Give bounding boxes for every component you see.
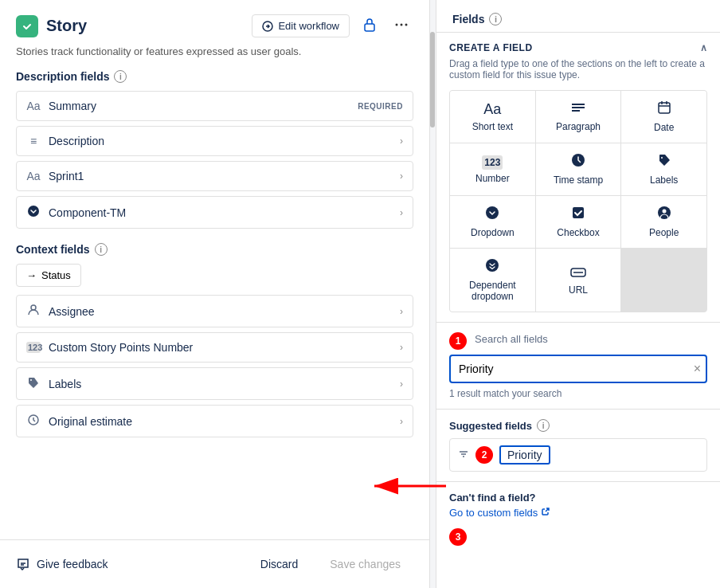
checkbox-type-icon <box>571 206 585 224</box>
save-changes-button[interactable]: Save changes <box>317 551 413 577</box>
field-types-grid: Aa Short text Paragraph <box>449 90 707 312</box>
field-assignee[interactable]: Assignee › <box>16 295 413 327</box>
field-type-timestamp[interactable]: Time stamp <box>536 143 621 195</box>
field-component-tm[interactable]: Component-TM › <box>16 196 413 229</box>
field-type-short-text[interactable]: Aa Short text <box>450 91 535 143</box>
field-sprint1-label: Sprint1 <box>49 170 392 182</box>
timestamp-icon <box>571 153 585 171</box>
field-type-paragraph[interactable]: Paragraph <box>536 91 621 143</box>
chevron-right-icon-labels: › <box>400 378 403 390</box>
field-type-url[interactable]: URL <box>536 249 621 312</box>
svg-rect-0 <box>21 20 33 33</box>
context-fields-info-icon[interactable]: i <box>95 243 108 256</box>
edit-workflow-label: Edit workflow <box>278 20 339 32</box>
field-sprint1[interactable]: Aa Sprint1 › <box>16 161 413 191</box>
paragraph-label: Paragraph <box>556 121 601 132</box>
chevron-right-icon-assignee: › <box>400 306 403 317</box>
search-section: 1 Search all fields × 1 result match you… <box>436 323 720 410</box>
edit-workflow-button[interactable]: Edit workflow <box>252 14 350 37</box>
status-button[interactable]: → Status <box>16 264 81 287</box>
give-feedback-label: Give feedback <box>37 558 108 570</box>
dropdown-icon-component <box>26 205 41 220</box>
description-fields-info-icon[interactable]: i <box>114 70 127 83</box>
svg-point-17 <box>486 206 499 219</box>
chevron-right-icon-estimate: › <box>400 416 403 427</box>
field-story-points[interactable]: 123 Custom Story Points Number › <box>16 332 413 363</box>
collapse-icon[interactable]: ∧ <box>700 42 708 53</box>
step1-badge: 1 <box>449 332 467 350</box>
field-type-number[interactable]: 123 Number <box>450 143 535 195</box>
sort-icon <box>458 449 469 462</box>
more-options-button[interactable] <box>389 13 413 39</box>
field-summary-label: Summary <box>49 100 350 112</box>
context-fields-label: Context fields <box>16 243 90 256</box>
fields-header: Fields i <box>436 0 720 33</box>
number-icon: 123 <box>26 342 41 353</box>
short-text-label: Short text <box>472 121 513 132</box>
create-field-label: CREATE A FIELD <box>449 42 533 53</box>
field-original-estimate[interactable]: Original estimate › <box>16 405 413 437</box>
labels-type-label: Labels <box>650 174 678 186</box>
chevron-right-icon-sprint: › <box>400 171 403 182</box>
suggested-info-icon[interactable]: i <box>537 419 550 432</box>
lock-icon[interactable] <box>358 13 382 39</box>
dependent-dropdown-label: Dependent dropdown <box>456 280 529 302</box>
field-component-tm-label: Component-TM <box>49 206 392 219</box>
bottom-bar: Give feedback Discard Save changes <box>0 539 429 588</box>
svg-point-6 <box>28 206 39 217</box>
search-input[interactable] <box>449 355 707 383</box>
url-label: URL <box>569 284 588 296</box>
dropdown-type-icon <box>485 206 499 224</box>
required-badge: REQUIRED <box>358 102 403 111</box>
field-description-label: Description <box>49 135 392 147</box>
fields-info-icon[interactable]: i <box>489 13 502 25</box>
short-text-icon: Aa <box>483 101 501 118</box>
svg-point-3 <box>396 24 398 26</box>
suggested-section: Suggested fields i 2 Priority <box>436 410 720 482</box>
people-type-icon <box>657 206 671 224</box>
create-field-description: Drag a field type to one of the sections… <box>449 58 707 80</box>
svg-rect-12 <box>659 103 670 113</box>
paragraph-icon: ≡ <box>26 135 41 147</box>
field-summary[interactable]: Aa Summary REQUIRED <box>16 91 413 121</box>
field-type-dropdown[interactable]: Dropdown <box>450 196 535 248</box>
field-labels-label: Labels <box>49 378 392 390</box>
search-clear-button[interactable]: × <box>694 362 701 376</box>
field-type-dependent-dropdown[interactable]: Dependent dropdown <box>450 249 535 312</box>
svg-point-7 <box>31 305 36 310</box>
number-label: Number <box>475 173 510 184</box>
cant-find-label: Can't find a field? <box>449 492 707 504</box>
external-link-icon <box>541 507 550 519</box>
cant-find-section: Can't find a field? Go to custom fields <box>436 482 720 528</box>
field-description[interactable]: ≡ Description › <box>16 126 413 156</box>
chevron-right-icon-component: › <box>400 207 403 218</box>
checkbox-label: Checkbox <box>557 227 599 238</box>
field-story-points-label: Custom Story Points Number <box>49 341 392 354</box>
step2-badge: 2 <box>475 446 493 464</box>
suggested-fields-label: Suggested fields <box>449 420 532 432</box>
priority-label: 2 Priority <box>475 445 550 465</box>
discard-button[interactable]: Discard <box>251 551 307 577</box>
people-label: People <box>649 227 679 238</box>
svg-point-20 <box>662 210 666 214</box>
svg-rect-2 <box>365 24 374 31</box>
field-type-date[interactable]: Date <box>621 91 706 143</box>
field-type-checkbox[interactable]: Checkbox <box>536 196 621 248</box>
person-icon <box>26 304 41 319</box>
dependent-dropdown-icon <box>485 258 499 276</box>
go-to-custom-fields-link[interactable]: Go to custom fields <box>449 507 707 519</box>
field-type-labels[interactable]: Labels <box>621 143 706 195</box>
chevron-right-icon: › <box>400 135 403 147</box>
field-assignee-label: Assignee <box>49 305 392 318</box>
date-label: Date <box>654 122 674 133</box>
step3-area: 3 <box>436 528 720 546</box>
priority-result-item[interactable]: 2 Priority <box>449 438 707 472</box>
text-icon: Aa <box>26 100 41 112</box>
url-type-icon <box>570 265 586 281</box>
field-type-people[interactable]: People <box>621 196 706 248</box>
field-labels[interactable]: Labels › <box>16 367 413 400</box>
dropdown-label: Dropdown <box>471 227 515 238</box>
page-title: Story <box>46 17 244 35</box>
give-feedback-button[interactable]: Give feedback <box>16 557 241 571</box>
arrow-right-icon: → <box>26 269 37 281</box>
